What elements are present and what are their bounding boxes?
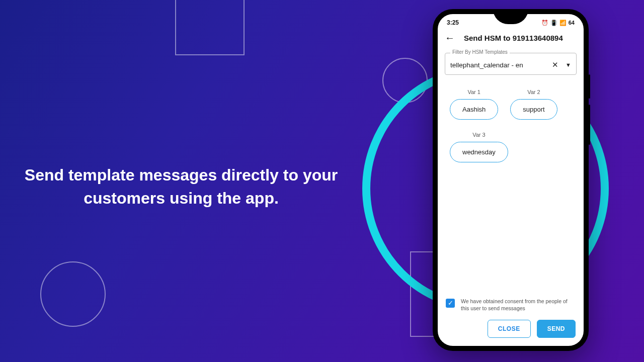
chevron-down-icon[interactable]: ▼	[566, 62, 571, 68]
phone-side-button	[589, 74, 590, 99]
back-icon[interactable]: ←	[445, 32, 455, 44]
battery-text: 64	[569, 20, 575, 26]
template-filter-label: Filter By HSM Templates	[450, 49, 510, 55]
template-filter-field[interactable]: Filter By HSM Templates tellephant_calen…	[445, 53, 577, 75]
clear-icon[interactable]: ✕	[552, 60, 558, 69]
var-2-input[interactable]: support	[510, 99, 557, 120]
decor-circle-1	[40, 261, 106, 327]
status-icons: ⏰ 📳 📶 64	[541, 20, 575, 26]
phone-screen: 3:25 ⏰ 📳 📶 64 ← Send HSM to 919113640894…	[438, 14, 584, 346]
var-3-input[interactable]: wednesday	[450, 142, 508, 162]
consent-row: ✓ We have obtained consent from the peop…	[446, 298, 576, 312]
var-3-group: Var 3 wednesday	[450, 132, 508, 162]
send-button[interactable]: SEND	[537, 320, 576, 338]
alarm-icon: ⏰	[541, 20, 548, 26]
phone-side-button	[589, 105, 590, 145]
template-filter-value: tellephant_calendar - en	[450, 61, 523, 69]
var-2-label: Var 2	[527, 89, 540, 95]
app-bar: ← Send HSM to 919113640894	[438, 28, 584, 50]
var-3-label: Var 3	[472, 132, 485, 138]
phone-frame: 3:25 ⏰ 📳 📶 64 ← Send HSM to 919113640894…	[433, 9, 589, 351]
decor-square-1	[175, 0, 245, 55]
var-1-input[interactable]: Aashish	[450, 99, 498, 120]
var-1-group: Var 1 Aashish	[450, 89, 498, 120]
close-button[interactable]: CLOSE	[488, 320, 531, 338]
consent-text: We have obtained consent from the people…	[461, 298, 576, 312]
page-title: Send HSM to 919113640894	[464, 34, 563, 42]
status-time: 3:25	[447, 19, 459, 26]
vibrate-icon: 📳	[550, 20, 557, 26]
signal-icon: 📶	[559, 20, 567, 26]
consent-checkbox[interactable]: ✓	[446, 299, 455, 308]
var-1-label: Var 1	[467, 89, 480, 95]
promo-headline: Send template messages directly to your …	[20, 163, 342, 210]
var-2-group: Var 2 support	[510, 89, 557, 120]
